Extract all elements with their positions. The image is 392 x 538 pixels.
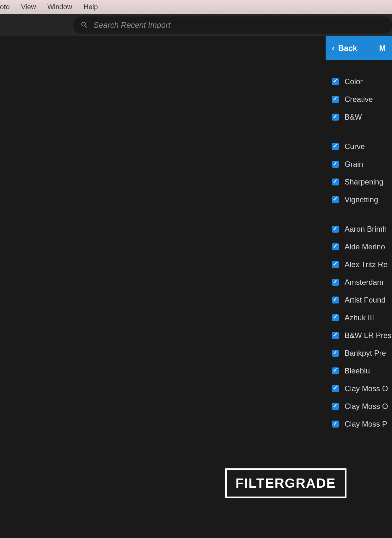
preset-item-bw[interactable]: B&W [332,108,392,126]
checkbox-icon[interactable] [332,403,339,410]
preset-item[interactable]: Clay Moss P [332,415,392,433]
preset-item[interactable]: Bankpyt Pre [332,344,392,362]
preset-item[interactable]: Aaron Brimh [332,220,392,238]
menu-window[interactable]: Window [42,0,78,14]
preset-item[interactable]: Artist Found [332,291,392,309]
divider [332,131,392,131]
preset-item[interactable]: B&W LR Pres [332,327,392,344]
checkbox-icon[interactable] [332,261,339,268]
preset-item[interactable]: Clay Moss O [332,380,392,397]
checkbox-icon[interactable] [332,350,339,357]
checkbox-icon[interactable] [332,226,339,233]
preset-list: Color Creative B&W [326,60,392,433]
menu-photo[interactable]: oto [0,0,15,14]
preset-item-sharpening[interactable]: Sharpening [332,173,392,191]
checkbox-icon[interactable] [332,332,339,339]
checkbox-icon[interactable] [332,161,339,168]
checkbox-icon[interactable] [332,297,339,303]
sidebar-header: ‹ Back M [326,36,392,60]
preset-item-color[interactable]: Color [332,73,392,91]
search-box[interactable] [73,16,392,34]
divider [332,214,392,214]
filtergrade-logo: FILTERGRADE [225,468,346,498]
checkbox-icon[interactable] [332,367,339,374]
sidebar-right-label[interactable]: M [379,44,386,53]
menu-bar: oto View Window Help [0,0,392,14]
preset-item-grain[interactable]: Grain [332,155,392,173]
preset-item[interactable]: Clay Moss O [332,397,392,415]
checkbox-icon[interactable] [332,243,339,250]
back-button[interactable]: Back [338,44,375,53]
preset-item[interactable]: Bleeblu [332,362,392,380]
checkbox-icon[interactable] [332,314,339,321]
checkbox-icon[interactable] [332,279,339,286]
preset-group-1: Color Creative B&W [332,73,392,126]
checkbox-icon[interactable] [332,385,339,392]
preset-item-vignetting[interactable]: Vignetting [332,191,392,209]
checkbox-icon[interactable] [332,96,339,103]
checkbox-icon[interactable] [332,114,339,121]
checkbox-icon[interactable] [332,196,339,203]
preset-item[interactable]: Aide Merino [332,238,392,256]
preset-group-3: Aaron Brimh Aide Merino Alex Tritz Re Am… [332,220,392,433]
search-icon [80,21,89,29]
preset-group-2: Curve Grain Sharpening Vignetting [332,138,392,209]
checkbox-icon[interactable] [332,143,339,150]
preset-item[interactable]: Azhuk III [332,309,392,327]
menu-view[interactable]: View [15,0,42,14]
chevron-left-icon[interactable]: ‹ [332,44,334,53]
preset-item-creative[interactable]: Creative [332,91,392,108]
checkbox-icon[interactable] [332,421,339,428]
preset-item[interactable]: Amsterdam [332,273,392,291]
search-input[interactable] [94,21,392,30]
logo-text: FILTERGRADE [236,476,336,491]
search-bar-area [0,14,392,36]
preset-item[interactable]: Alex Tritz Re [332,256,392,273]
menu-help[interactable]: Help [78,0,103,14]
checkbox-icon[interactable] [332,78,339,85]
preset-item-curve[interactable]: Curve [332,138,392,155]
checkbox-icon[interactable] [332,178,339,185]
